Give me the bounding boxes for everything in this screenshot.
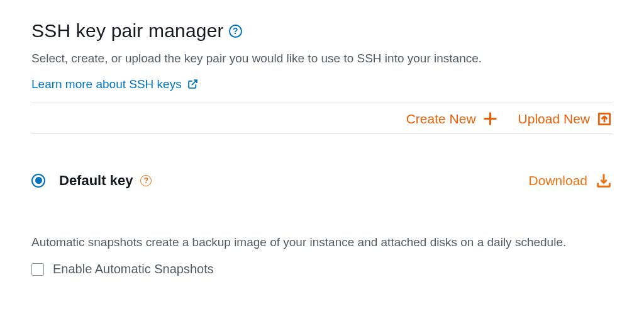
action-bar: Create New Upload New: [31, 103, 613, 133]
key-name-label: Default key: [59, 173, 133, 189]
enable-snapshots-checkbox[interactable]: [31, 263, 44, 276]
help-icon[interactable]: ?: [140, 175, 152, 186]
page-description: Select, create, or upload the key pair y…: [31, 50, 613, 67]
download-label: Download: [529, 173, 587, 188]
download-button[interactable]: Download: [529, 172, 613, 190]
learn-more-label: Learn more about SSH keys: [31, 77, 182, 91]
snapshots-description: Automatic snapshots create a backup imag…: [31, 234, 613, 251]
download-icon: [595, 172, 613, 190]
create-new-button[interactable]: Create New: [406, 111, 498, 127]
key-radio[interactable]: [31, 174, 45, 188]
enable-snapshots-label[interactable]: Enable Automatic Snapshots: [53, 262, 214, 276]
help-icon[interactable]: ?: [229, 25, 242, 38]
create-new-label: Create New: [406, 111, 476, 127]
upload-new-label: Upload New: [518, 111, 590, 127]
upload-new-button[interactable]: Upload New: [518, 111, 613, 127]
learn-more-link[interactable]: Learn more about SSH keys: [31, 77, 199, 91]
plus-icon: [482, 111, 498, 127]
upload-icon: [596, 111, 613, 127]
external-link-icon: [187, 78, 199, 90]
page-title: SSH key pair manager: [31, 20, 224, 42]
radio-selected-icon: [35, 177, 42, 184]
key-row: Default key ? Download: [31, 134, 613, 215]
